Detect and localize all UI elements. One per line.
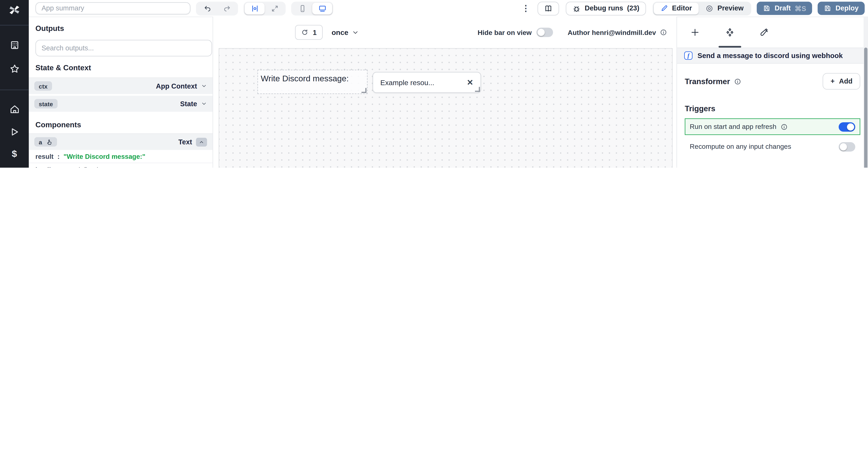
right-panel-tabs <box>677 17 868 47</box>
resize-handle[interactable] <box>475 87 480 92</box>
output-field[interactable]: result: "Write Discord message:" <box>29 150 213 163</box>
layout-group <box>244 1 285 15</box>
add-transformer-button[interactable]: + Add <box>823 73 860 90</box>
dollar-icon[interactable]: $ <box>9 149 20 159</box>
resize-handle[interactable] <box>362 88 367 93</box>
device-group <box>291 1 333 15</box>
field-key: result <box>35 153 54 160</box>
clear-icon[interactable]: ✕ <box>467 78 473 87</box>
center-align-button[interactable] <box>245 2 265 14</box>
output-field[interactable]: loading: undefined <box>29 163 213 168</box>
function-icon: f <box>684 52 692 60</box>
canvas-toolbar-right: Hide bar on view Author henri@windmill.d… <box>477 28 667 37</box>
field-value: undefined <box>69 166 98 168</box>
more-menu-button[interactable]: ⋮ <box>520 3 531 13</box>
building-icon[interactable] <box>9 40 20 50</box>
author-label: Author henri@windmill.dev <box>568 29 656 36</box>
ctx-row[interactable]: ctx App Context <box>29 78 213 94</box>
resource-select-value: Example resou... <box>380 78 434 87</box>
redo-button[interactable] <box>217 2 237 14</box>
text-component[interactable]: Write Discord message: <box>258 70 367 94</box>
star-icon[interactable] <box>9 64 20 74</box>
component-a-id: a <box>39 138 42 145</box>
canvas-area: 1 once Hide bar on view Author henri@win… <box>213 16 677 168</box>
deploy-button[interactable]: Deploy <box>818 2 865 15</box>
draft-shortcut: ⌘S <box>795 4 806 12</box>
desktop-view-button[interactable] <box>312 2 332 14</box>
styling-tab-brush-icon[interactable] <box>760 28 770 37</box>
field-key: loading <box>35 166 59 168</box>
recompute-label: Recompute on any input changes <box>690 143 791 151</box>
state-row[interactable]: state State <box>29 96 213 112</box>
chevron-down-icon[interactable] <box>201 83 207 89</box>
info-icon[interactable] <box>660 29 667 36</box>
field-value: "Write Discord message:" <box>63 153 145 160</box>
draft-button[interactable]: Draft ⌘S <box>757 2 812 15</box>
book-icon <box>544 4 553 12</box>
info-icon[interactable] <box>734 78 741 85</box>
undo-button[interactable] <box>197 2 217 14</box>
deploy-label: Deploy <box>835 4 859 12</box>
selected-runnable-title: Send a message to discord using webhook <box>698 52 843 60</box>
desktop-icon <box>318 4 326 12</box>
mobile-view-button[interactable] <box>292 2 312 14</box>
refresh-icon <box>301 29 308 36</box>
bug-icon <box>572 4 581 12</box>
collapse-button[interactable] <box>196 137 207 146</box>
save-icon <box>763 4 771 12</box>
debug-runs-button[interactable]: Debug runs (23) <box>566 1 646 15</box>
play-icon[interactable] <box>9 127 20 137</box>
component-settings-tab-diamonds-icon[interactable] <box>725 28 735 37</box>
sidebar-divider <box>0 25 29 26</box>
hand-pointer-icon <box>46 138 53 145</box>
chevron-down-icon[interactable] <box>201 101 207 107</box>
sidebar-divider <box>0 90 29 90</box>
mode-switcher: Editor Preview <box>653 1 751 15</box>
hide-bar-toggle[interactable] <box>537 28 553 37</box>
components-title: Components <box>29 113 213 129</box>
frequency-select[interactable]: once <box>332 28 359 37</box>
undo-icon <box>203 4 211 12</box>
tab-editor[interactable]: Editor <box>654 2 699 14</box>
state-type-label: State <box>180 100 197 108</box>
refresh-count: 1 <box>313 29 317 36</box>
right-panel-scrollbar[interactable] <box>864 17 868 168</box>
hide-bar-label: Hide bar on view <box>477 29 532 36</box>
canvas-toolbar: 1 once Hide bar on view Author henri@win… <box>213 16 677 48</box>
trigger-recompute-row[interactable]: Recompute on any input changes <box>685 139 860 155</box>
insert-component-tab-plus-icon[interactable] <box>690 28 700 37</box>
resource-select-component[interactable]: Example resou... ✕ <box>373 72 481 93</box>
tab-preview[interactable]: Preview <box>699 2 750 14</box>
chevron-up-icon <box>199 139 204 145</box>
right-panel-body: Transformer + Add Triggers Run on start … <box>677 73 868 168</box>
sidebar: $ <box>0 0 29 168</box>
outputs-title: Outputs <box>29 17 213 33</box>
app-summary-input[interactable] <box>35 2 190 14</box>
app-canvas[interactable]: Write Discord message: Example resou... … <box>219 48 673 168</box>
center-align-icon <box>251 4 259 12</box>
run-on-start-toggle[interactable] <box>839 122 855 131</box>
component-settings-panel: f Send a message to discord using webhoo… <box>677 16 868 168</box>
home-icon[interactable] <box>9 104 20 114</box>
search-outputs-input[interactable] <box>35 40 212 57</box>
preview-eye-icon <box>705 4 713 12</box>
text-component-value: Write Discord message: <box>261 73 349 83</box>
ctx-type-label: App Context <box>156 82 197 90</box>
expand-button[interactable] <box>265 2 284 14</box>
preview-tab-label: Preview <box>717 4 744 12</box>
plus-icon: + <box>831 77 835 85</box>
refresh-count-box[interactable]: 1 <box>295 25 323 40</box>
undo-redo-group <box>196 1 238 15</box>
ctx-badge: ctx <box>34 81 52 91</box>
trigger-run-on-start-row[interactable]: Run on start and app refresh <box>685 119 860 135</box>
component-row-a[interactable]: a Text <box>29 134 213 150</box>
docs-button[interactable] <box>538 1 559 15</box>
windmill-logo[interactable] <box>8 4 21 16</box>
mobile-icon <box>298 4 306 12</box>
expand-icon <box>271 4 279 12</box>
recompute-toggle[interactable] <box>839 142 855 152</box>
draft-label: Draft <box>775 4 790 12</box>
info-icon[interactable] <box>780 123 787 130</box>
debug-runs-count: (23) <box>627 4 639 12</box>
active-tab-underline <box>718 46 741 47</box>
